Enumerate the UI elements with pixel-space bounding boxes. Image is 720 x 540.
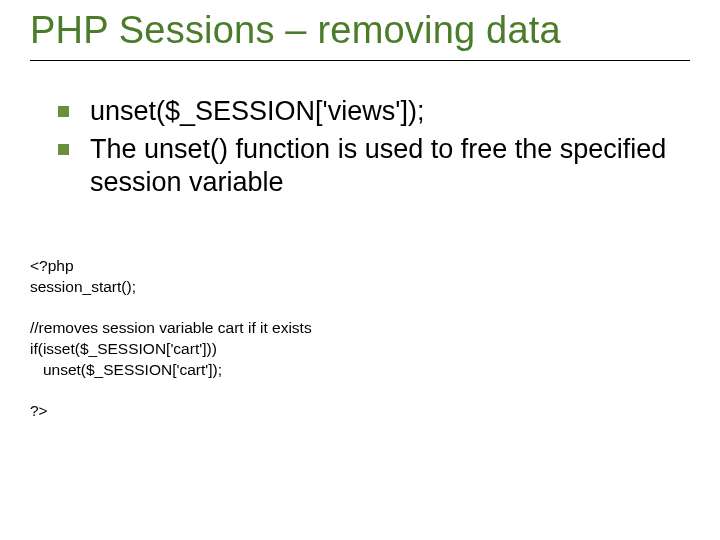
- list-item: unset($_SESSION['views']);: [58, 95, 690, 129]
- bullet-square-icon: [58, 106, 69, 117]
- slide: PHP Sessions – removing data unset($_SES…: [0, 0, 720, 540]
- code-snippet-1: <?php session_start();: [30, 256, 690, 298]
- code-snippet-2: //removes session variable cart if it ex…: [30, 318, 690, 381]
- title-underline: [30, 60, 690, 61]
- bullet-text: unset($_SESSION['views']);: [90, 96, 424, 126]
- list-item: The unset() function is used to free the…: [58, 133, 690, 201]
- bullet-text: The unset() function is used to free the…: [90, 134, 666, 198]
- bullet-list: unset($_SESSION['views']); The unset() f…: [58, 95, 690, 200]
- slide-title: PHP Sessions – removing data: [30, 10, 690, 52]
- bullet-square-icon: [58, 144, 69, 155]
- code-snippet-3: ?>: [30, 401, 690, 422]
